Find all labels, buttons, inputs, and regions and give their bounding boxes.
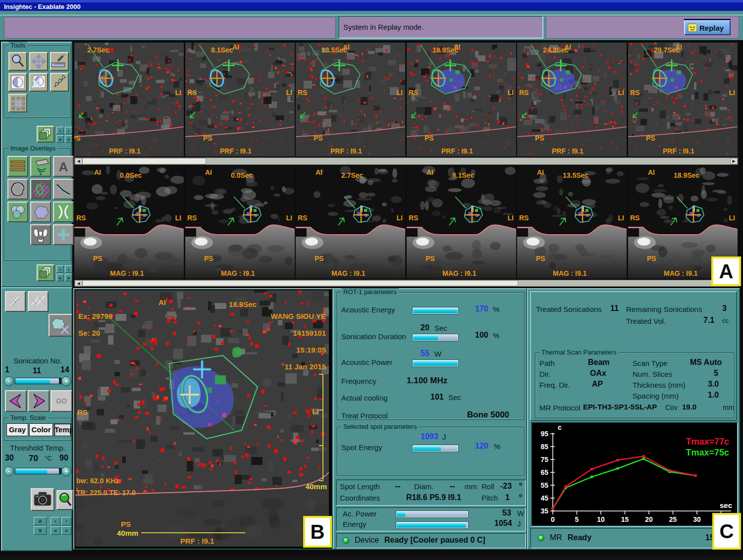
- prf-tile-5[interactable]: 24.3SecAIRSLIPSPRF : I9.1: [517, 43, 627, 156]
- protocol-value: Bone 5000: [467, 410, 509, 420]
- svg-text:LI: LI: [175, 89, 181, 97]
- temp-scale-title: Temp. Scale: [8, 414, 48, 421]
- overlay-lines-button[interactable]: [7, 156, 28, 177]
- step-left-button[interactable]: ‹: [51, 517, 60, 525]
- layers-button[interactable]: [37, 126, 54, 143]
- mag-scrollbar[interactable]: ◀ ▶: [74, 280, 738, 287]
- ac-power-label: Ac. Power: [343, 509, 376, 518]
- step-right-button[interactable]: ›: [61, 517, 71, 525]
- overlay-spots-button[interactable]: [7, 202, 28, 222]
- overlay-contour-button[interactable]: [7, 179, 28, 200]
- mr-status-led: [538, 535, 544, 541]
- sonication-slider-thumb[interactable]: [50, 378, 59, 384]
- overlay-annotations-button[interactable]: A: [53, 156, 74, 177]
- jump-left-button[interactable]: «: [51, 526, 60, 535]
- spot-edit-button[interactable]: [5, 291, 26, 312]
- overlay-profile-line-button[interactable]: [53, 179, 74, 200]
- prf-tile-6[interactable]: 29.7SecAIRSLIPSPRF : I9.1: [628, 43, 738, 156]
- sonication-slider[interactable]: [15, 378, 61, 384]
- threshold-slider-thumb[interactable]: [47, 468, 59, 474]
- svg-text:PRF : I9.1: PRF : I9.1: [663, 147, 694, 155]
- scroll-left-arrow[interactable]: ◀: [75, 158, 82, 164]
- acoustic-energy-bar: [413, 307, 458, 314]
- mag-tile-4[interactable]: AI8.1SecRSLIPSMAG : I9.1: [407, 166, 516, 279]
- main-thermal-image[interactable]: AI18.9SecEx: 29799Se: 20WANG SIOU YE1415…: [75, 290, 329, 547]
- transducer-beam-icon: [31, 157, 50, 176]
- threshold-min: 30: [5, 454, 14, 462]
- prf-scroll-thumb[interactable]: [82, 158, 206, 164]
- svg-text:AI: AI: [426, 168, 433, 176]
- mr-status-label: MR: [550, 533, 562, 542]
- svg-text:11 Jan 2015: 11 Jan 2015: [285, 362, 326, 371]
- threshold-plus-button[interactable]: +: [61, 466, 71, 476]
- mag-scroll-thumb[interactable]: [82, 280, 518, 286]
- threshold-slider[interactable]: [15, 468, 61, 474]
- scroll-down-button[interactable]: ∨: [34, 526, 47, 535]
- prev-series-button[interactable]: ‹: [56, 265, 64, 273]
- last-series-button[interactable]: »: [65, 274, 72, 281]
- mag-tile-5[interactable]: AI13.5SecRSLIPSMAG : I9.1: [517, 166, 627, 279]
- overlay-cross-button[interactable]: [53, 224, 74, 245]
- jump-right-button[interactable]: »: [61, 526, 71, 535]
- target-grid-tool-button[interactable]: [8, 94, 27, 112]
- snapshot-button[interactable]: [31, 488, 54, 511]
- prf-tile-4[interactable]: 18.9SecAIRSLIPSPRF : I9.1: [407, 43, 516, 156]
- image-overlays-group-title: Image Overlays: [8, 145, 57, 152]
- go-button[interactable]: GO: [51, 390, 72, 412]
- temp-scale-temp-button[interactable]: Temp: [54, 423, 71, 436]
- next-sonication-button[interactable]: [28, 390, 50, 412]
- replay-icon: [688, 23, 697, 32]
- layers-button-2[interactable]: [37, 264, 54, 281]
- sidebar-top-panel: Tools ‹ ›: [1, 42, 72, 287]
- measure-tool-button[interactable]: [50, 52, 69, 71]
- scroll-right-arrow[interactable]: ▶: [730, 158, 738, 164]
- overlay-brackets-button[interactable]: [53, 202, 74, 222]
- threshold-minus-button[interactable]: -: [4, 466, 14, 476]
- temp-scale-color-button[interactable]: Color: [29, 423, 53, 436]
- first-image-button[interactable]: «: [56, 135, 64, 143]
- next-image-button[interactable]: ›: [65, 127, 72, 134]
- prf-scrollbar[interactable]: ◀ ▶: [74, 157, 738, 165]
- scroll-left-arrow[interactable]: ◀: [75, 280, 82, 286]
- temp-scale-gray-button[interactable]: Gray: [6, 423, 28, 436]
- cursors-tool-button[interactable]: [50, 73, 69, 92]
- main-image-panel[interactable]: AI18.9SecEx: 29799Se: 20WANG SIOU YE1415…: [73, 288, 333, 550]
- prf-scroll-track[interactable]: [206, 158, 730, 164]
- prf-tile-1[interactable]: 2.7SecLIPSPRF : I9.1: [74, 43, 184, 156]
- overlay-hatch-button[interactable]: [30, 179, 51, 200]
- tools-group-title: Tools: [8, 42, 27, 49]
- overlay-anatomy-button[interactable]: [30, 224, 51, 245]
- prev-sonication-button[interactable]: [5, 390, 27, 412]
- window-titlebar[interactable]: Insightec - Exablate 2000: [0, 2, 743, 11]
- sonication-minus-button[interactable]: -: [4, 376, 14, 386]
- review-zoom-button[interactable]: [56, 490, 73, 510]
- svg-text:RS: RS: [187, 89, 197, 97]
- region-delete-button[interactable]: [49, 314, 72, 337]
- mag-tile-1[interactable]: AI0.0SecRSLIPSMAG : I9.1: [74, 166, 184, 279]
- next-series-button[interactable]: ›: [65, 265, 72, 273]
- contrast-reset-tool-button[interactable]: [29, 73, 48, 92]
- banner-row: System in Replay mode. Replay: [0, 15, 743, 40]
- replay-button[interactable]: Replay: [684, 20, 731, 35]
- prev-image-button[interactable]: ‹: [56, 127, 64, 134]
- zoom-tool-button[interactable]: [8, 52, 27, 71]
- mag-scroll-track[interactable]: [518, 280, 730, 286]
- mag-tile-2[interactable]: AI0.0SecRSLIPSMAG : I9.1: [185, 166, 295, 279]
- multi-spot-edit-button[interactable]: [28, 291, 49, 312]
- layers-icon: [38, 127, 53, 142]
- prf-tile-3[interactable]: 13.5SecAIRSLIPSPRF : I9.1: [296, 43, 405, 156]
- svg-text:Tmax=77c: Tmax=77c: [686, 437, 729, 447]
- prf-tile-2[interactable]: 8.1SecAIRSLIPSPRF : I9.1: [185, 43, 295, 156]
- contrast-tool-button[interactable]: [8, 73, 27, 92]
- mag-tile-3[interactable]: AI2.7SecRSLIPSMAG : I9.1: [296, 166, 405, 279]
- first-series-button[interactable]: «: [56, 274, 64, 281]
- scroll-up-button[interactable]: ∧: [34, 517, 47, 525]
- pan-tool-button[interactable]: [29, 52, 48, 71]
- last-image-button[interactable]: »: [65, 135, 72, 143]
- contour-icon: [8, 180, 27, 199]
- overlay-beam-button[interactable]: [30, 156, 51, 177]
- sonication-plus-button[interactable]: +: [61, 376, 71, 386]
- spot-energy-value: 1093: [421, 432, 438, 441]
- duration-bar: [413, 334, 458, 341]
- overlay-region-button[interactable]: [30, 202, 51, 222]
